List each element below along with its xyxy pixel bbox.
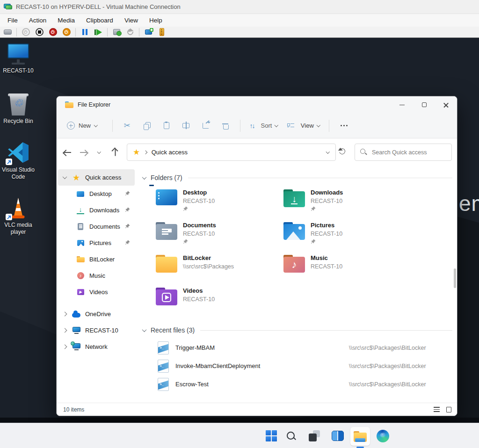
menu-file[interactable]: File [2,15,23,26]
recent-locations-button[interactable] [91,145,107,160]
recent-file-path: \\src\src$\Packages\BitLocker [349,345,426,351]
folder-tile-music[interactable]: ♪ Music RECAST-10 [269,253,396,285]
copy-button[interactable] [137,117,157,134]
file-explorer-window: File Explorer New ✂ ↑↓ Sort [56,96,457,416]
up-button[interactable] [107,145,123,160]
save-icon[interactable]: ⏻ [62,28,71,37]
folder-tile-name: Videos [183,287,215,296]
desktop-icon-recycle-bin[interactable]: ♲ Recycle Bin [0,93,36,125]
back-button[interactable] [59,145,75,160]
resume-icon[interactable] [94,28,103,37]
turn-off-icon[interactable] [35,28,44,37]
media-icon[interactable] [157,28,167,37]
sidebar-item-desktop[interactable]: Desktop [57,186,136,202]
address-dropdown-icon[interactable] [326,150,329,153]
commandbar-separator [240,120,240,132]
folder-tile-name: BitLocker [183,254,234,263]
paste-button[interactable] [157,117,176,134]
edge-button[interactable] [376,429,389,442]
section-divider [188,178,452,178]
sidebar-item-label: BitLocker [89,256,115,263]
up-icon [115,149,116,156]
explorer-titlebar[interactable]: File Explorer [57,96,457,113]
recent-file-row[interactable]: Trigger-MBAM \\src\src$\Packages\BitLock… [141,339,457,357]
menu-view[interactable]: View [119,15,144,26]
pictures-icon [76,239,85,247]
ctrl-alt-del-icon[interactable] [3,28,12,37]
forward-button[interactable] [75,145,91,160]
plain-folder-icon [156,255,177,274]
shut-down-icon[interactable]: ⏻ [48,28,58,37]
widgets-button[interactable] [331,429,344,442]
sidebar-item-documents[interactable]: Documents [57,218,136,235]
toolbar-separator [107,28,108,36]
sort-button[interactable]: ↑↓ Sort [245,122,283,130]
recent-file-path: \\src\src$\Packages\BitLocker [349,363,426,369]
vertical-scrollbar[interactable] [454,268,456,288]
sidebar-item-network[interactable]: Network [57,339,136,355]
onedrive-cloud-icon [72,310,80,318]
taskbar-file-explorer-button[interactable] [350,427,370,446]
search-input[interactable] [372,149,447,156]
sidebar-item-bitlocker[interactable]: BitLocker [57,251,136,267]
folders-section-header[interactable]: Folders (7) [141,173,457,182]
sidebar-item-label: RECAST-10 [85,327,118,334]
menu-help[interactable]: Help [144,15,168,26]
more-options-button[interactable] [334,117,354,134]
desktop-icon-vscode[interactable]: Visual Studio Code [0,141,36,181]
sidebar-item-onedrive[interactable]: OneDrive [57,306,136,322]
taskbar-search-button[interactable] [284,429,298,442]
pause-icon[interactable] [80,28,89,37]
maximize-icon [422,102,427,107]
recent-file-row[interactable]: Invoke-MbamClientDeployment \\src\src$\P… [141,357,457,375]
close-button[interactable] [435,96,457,113]
menu-media[interactable]: Media [52,15,80,26]
minimize-button[interactable] [391,96,413,113]
maximize-button[interactable] [413,96,435,113]
hyperv-menubar: File Action Media Clipboard View Help [0,14,479,27]
desktop-icon-vlc[interactable]: VLC media player [0,196,36,236]
folder-tile-documents[interactable]: Documents RECAST-10 [141,220,269,253]
cut-button[interactable]: ✂ [117,117,137,134]
sidebar-item-videos[interactable]: ▶ Videos [57,284,136,300]
recent-files-section-header[interactable]: Recent files (3) [141,325,457,335]
sidebar-item-music[interactable]: ♪ Music [57,267,136,284]
sidebar-item-downloads[interactable]: ↓ Downloads [57,202,136,218]
sidebar-item-label: OneDrive [85,311,111,318]
desktop-icon-recast10[interactable]: RECAST-10 [0,43,36,74]
share-button[interactable] [196,117,216,134]
view-button[interactable]: View [283,122,324,129]
address-bar[interactable]: ★ Quick access [127,144,336,161]
commandbar-separator [329,120,329,132]
refresh-icon[interactable] [338,147,346,155]
details-view-icon[interactable] [434,407,440,412]
folder-icon [354,431,367,442]
sidebar-item-recast10[interactable]: RECAST-10 [57,322,136,339]
sidebar-item-pictures[interactable]: Pictures [57,235,136,251]
checkpoint-icon[interactable] [112,28,121,37]
folder-tile-videos[interactable]: Videos RECAST-10 [141,285,269,318]
vscode-icon [7,141,30,164]
enhanced-session-icon[interactable] [144,28,153,37]
folder-tile-downloads[interactable]: ↓ Downloads RECAST-10 [269,187,396,220]
menu-action[interactable]: Action [23,15,52,26]
folder-tile-pictures[interactable]: Pictures RECAST-10 [269,220,396,253]
recycle-bin-icon: ♲ [7,93,29,116]
new-button[interactable]: New [67,122,97,130]
rename-button[interactable] [176,117,196,134]
hyperv-vm-icon [4,4,12,10]
task-view-button[interactable] [308,429,321,442]
sidebar-item-label: Network [85,343,108,350]
delete-button[interactable] [216,117,235,134]
revert-icon[interactable] [125,28,135,37]
folder-tile-desktop[interactable]: Desktop RECAST-10 [141,187,269,220]
folder-tile-bitlocker[interactable]: BitLocker \\src\src$\Packages [141,253,269,285]
menu-clipboard[interactable]: Clipboard [80,15,119,26]
search-box[interactable] [355,144,452,161]
chevron-down-icon [275,123,278,127]
start-button[interactable] [265,429,278,442]
view-icon [287,123,294,129]
thumbnail-view-icon[interactable] [446,407,451,412]
sidebar-item-quick-access[interactable]: ★ Quick access [58,169,135,186]
recent-file-row[interactable]: Escrow-Test \\src\src$\Packages\BitLocke… [141,375,457,393]
